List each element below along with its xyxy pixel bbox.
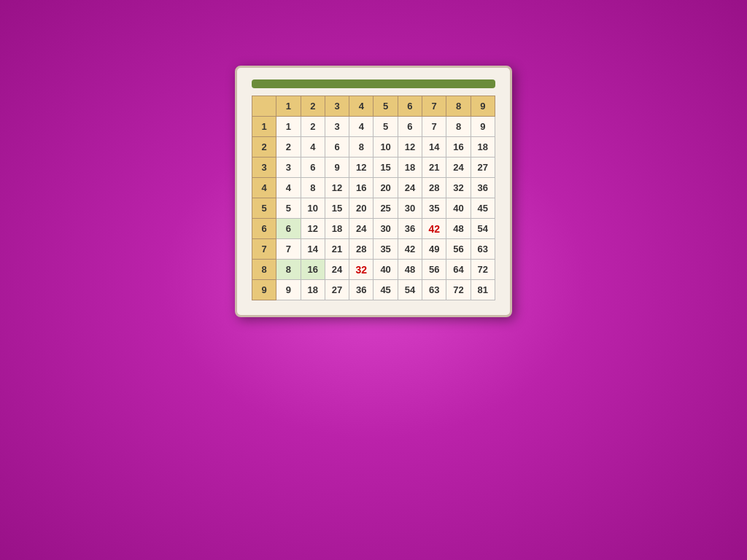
- col-header: 7: [422, 96, 446, 117]
- table-cell: 56: [422, 260, 446, 280]
- table-row: 44812162024283236: [252, 178, 495, 198]
- table-cell: 18: [325, 219, 349, 239]
- table-cell: 24: [349, 219, 374, 239]
- table-cell: 18: [398, 158, 422, 178]
- table-cell: 45: [471, 198, 495, 219]
- col-header: 4: [349, 96, 374, 117]
- row-header: 1: [252, 117, 276, 137]
- table-cell: 3: [325, 117, 349, 137]
- table-cell: 18: [301, 280, 325, 300]
- table-row: 661218243036424854: [252, 219, 495, 239]
- table-cell: 12: [325, 178, 349, 198]
- col-header: 2: [301, 96, 325, 117]
- table-cell: 14: [301, 239, 325, 260]
- row-header: 6: [252, 219, 276, 239]
- table-cell: 15: [374, 158, 398, 178]
- row-header: 3: [252, 158, 276, 178]
- table-cell: 27: [325, 280, 349, 300]
- table-cell: 54: [471, 219, 495, 239]
- table-cell: 63: [471, 239, 495, 260]
- table-cell: 36: [349, 280, 374, 300]
- table-cell: 9: [471, 117, 495, 137]
- table-cell: 4: [301, 137, 325, 158]
- table-cell: 2: [301, 117, 325, 137]
- table-cell: 48: [446, 219, 471, 239]
- table-cell: 48: [398, 260, 422, 280]
- table-cell: 6: [325, 137, 349, 158]
- table-cell: 16: [349, 178, 374, 198]
- table-header: [252, 79, 495, 88]
- col-header: 9: [471, 96, 495, 117]
- table-cell: 9: [325, 158, 349, 178]
- table-cell: 3: [276, 158, 301, 178]
- table-cell: 45: [374, 280, 398, 300]
- table-row: 3369121518212427: [252, 158, 495, 178]
- table-cell: 27: [471, 158, 495, 178]
- table-cell: 28: [422, 178, 446, 198]
- table-cell: 54: [398, 280, 422, 300]
- row-header: 7: [252, 239, 276, 260]
- table-cell: 30: [398, 198, 422, 219]
- table-cell: 1: [276, 117, 301, 137]
- table-cell: 2: [276, 137, 301, 158]
- table-cell: 12: [398, 137, 422, 158]
- table-cell: 8: [349, 137, 374, 158]
- table-cell: 20: [349, 198, 374, 219]
- table-cell: 24: [398, 178, 422, 198]
- table-cell: 56: [446, 239, 471, 260]
- table-cell: 16: [446, 137, 471, 158]
- table-cell: 4: [349, 117, 374, 137]
- table-cell: 32: [446, 178, 471, 198]
- table-row: 1123456789: [252, 117, 495, 137]
- table-cell: 72: [471, 260, 495, 280]
- table-row: 881624324048566472: [252, 260, 495, 280]
- table-cell: 12: [301, 219, 325, 239]
- table-cell: 10: [301, 198, 325, 219]
- table-cell: 36: [471, 178, 495, 198]
- row-header: 8: [252, 260, 276, 280]
- table-cell: 49: [422, 239, 446, 260]
- table-cell: 6: [276, 219, 301, 239]
- table-cell: 35: [374, 239, 398, 260]
- table-cell: 6: [398, 117, 422, 137]
- table-row: 224681012141618: [252, 137, 495, 158]
- col-header: 6: [398, 96, 422, 117]
- row-header: 5: [252, 198, 276, 219]
- table-cell: 14: [422, 137, 446, 158]
- table-cell: 20: [374, 178, 398, 198]
- pythagorean-table-card: 1234567891123456789224681012141618336912…: [235, 66, 512, 317]
- table-cell: 40: [374, 260, 398, 280]
- table-cell: 4: [276, 178, 301, 198]
- table-cell: 21: [422, 158, 446, 178]
- table-cell: 6: [301, 158, 325, 178]
- table-cell: 10: [374, 137, 398, 158]
- table-cell: 25: [374, 198, 398, 219]
- table-row: 991827364554637281: [252, 280, 495, 300]
- table-cell: 40: [446, 198, 471, 219]
- col-header: 8: [446, 96, 471, 117]
- table-cell: 21: [325, 239, 349, 260]
- col-header: 3: [325, 96, 349, 117]
- row-header: 9: [252, 280, 276, 300]
- col-header: 1: [276, 96, 301, 117]
- table-cell: 42: [422, 219, 446, 239]
- table-cell: 35: [422, 198, 446, 219]
- table-cell: 5: [276, 198, 301, 219]
- table-cell: 30: [374, 219, 398, 239]
- table-cell: 36: [398, 219, 422, 239]
- table-cell: 63: [422, 280, 446, 300]
- table-cell: 18: [471, 137, 495, 158]
- table-cell: 7: [422, 117, 446, 137]
- table-cell: 42: [398, 239, 422, 260]
- table-cell: 8: [276, 260, 301, 280]
- row-header: 2: [252, 137, 276, 158]
- table-row: 551015202530354045: [252, 198, 495, 219]
- table-cell: 9: [276, 280, 301, 300]
- multiplication-table: 1234567891123456789224681012141618336912…: [252, 96, 495, 300]
- table-cell: 72: [446, 280, 471, 300]
- table-cell: 8: [301, 178, 325, 198]
- row-header: 4: [252, 178, 276, 198]
- col-header: 5: [374, 96, 398, 117]
- table-cell: 7: [276, 239, 301, 260]
- table-cell: 81: [471, 280, 495, 300]
